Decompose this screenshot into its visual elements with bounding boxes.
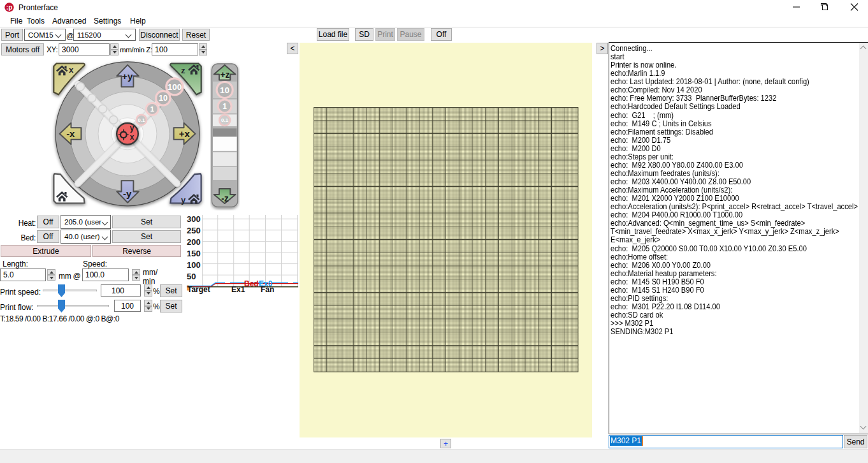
svg-text:+y: +y <box>122 71 133 82</box>
svg-text:10: 10 <box>159 94 168 103</box>
svg-text:+z: +z <box>220 70 229 80</box>
svg-text:Bed: Bed <box>244 279 259 288</box>
svg-text:x: x <box>130 133 134 142</box>
svg-text:y: y <box>130 124 134 133</box>
svg-text::p: :p <box>6 4 12 11</box>
svg-text:300: 300 <box>187 214 201 224</box>
svg-text:-z: -z <box>221 193 229 203</box>
svg-text:100: 100 <box>187 260 201 270</box>
svg-text:Ex0: Ex0 <box>259 279 273 288</box>
svg-text:0.1: 0.1 <box>221 117 229 123</box>
svg-text:Ex1: Ex1 <box>231 285 245 294</box>
svg-text:x: x <box>69 65 74 75</box>
svg-text:1: 1 <box>150 105 154 113</box>
svg-text:250: 250 <box>187 226 201 235</box>
svg-text:-y: -y <box>123 188 132 199</box>
svg-text:1: 1 <box>222 102 227 111</box>
svg-text:50: 50 <box>187 272 196 281</box>
svg-text:-x: -x <box>66 128 75 139</box>
svg-text:100: 100 <box>168 82 182 92</box>
svg-text:200: 200 <box>187 237 201 247</box>
svg-text:Target: Target <box>187 285 210 294</box>
svg-text:z: z <box>181 66 185 75</box>
svg-text:10: 10 <box>220 85 229 95</box>
svg-text:0.1: 0.1 <box>138 117 145 123</box>
svg-text:y: y <box>181 195 186 205</box>
svg-text:+x: +x <box>179 128 191 139</box>
svg-text:150: 150 <box>187 249 201 258</box>
